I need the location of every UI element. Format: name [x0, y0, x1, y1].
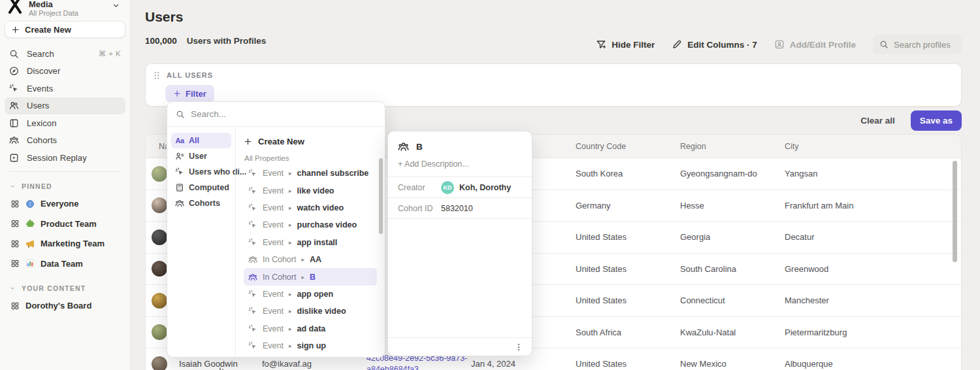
replay-icon: [9, 153, 19, 163]
arrow-separator: ▸: [289, 343, 292, 349]
save-as-button[interactable]: Save as: [911, 110, 962, 131]
picker-property-item[interactable]: Event ▸ channel subscribe: [244, 165, 377, 182]
column-header-region[interactable]: Region: [680, 142, 785, 151]
workspace-name: Media: [29, 0, 53, 9]
picker-tab[interactable]: Cohorts: [171, 195, 231, 211]
picker-property-item[interactable]: In Cohort ▸ AA: [244, 251, 377, 268]
user-city: Albuquerque: [785, 359, 961, 369]
picker-tab[interactable]: Aa All: [171, 133, 231, 148]
user-region: South Carolina: [680, 264, 785, 274]
sidebar-nav-item[interactable]: Users: [5, 97, 125, 115]
pinned-board-item[interactable]: Marketing Team: [5, 234, 125, 254]
plus-icon: [244, 137, 252, 146]
create-new-button[interactable]: Create New: [5, 21, 125, 38]
cohort-details-popover: B + Add Description... Creator KD Koh, D…: [387, 131, 532, 356]
add-description-button[interactable]: + Add Description...: [388, 158, 532, 177]
column-header-city[interactable]: City: [785, 142, 961, 151]
creator-name: Koh, Dorothy: [459, 183, 511, 192]
toolbar: Hide Filter Edit Columns · 7 Add/Edit Pr…: [596, 35, 962, 54]
user-icon: [175, 152, 184, 161]
picker-property-item[interactable]: In Cohort ▸ B: [244, 268, 377, 285]
event-icon: [9, 84, 19, 93]
pinned-board-item[interactable]: Data Team: [5, 254, 125, 274]
picker-tab[interactable]: User: [171, 148, 231, 164]
picker-property-item[interactable]: Event ▸ watch video: [244, 199, 377, 216]
picker-tabs: Aa All User Users who di... Computed Coh…: [167, 127, 235, 357]
edit-columns-button[interactable]: Edit Columns · 7: [672, 39, 757, 50]
picker-scrollbar[interactable]: [379, 158, 383, 234]
picker-tab[interactable]: Users who di...: [171, 164, 231, 180]
filter-property-picker: Aa All User Users who di... Computed Coh…: [167, 101, 385, 358]
picker-section-label: All Properties: [244, 154, 377, 162]
picker-property-item[interactable]: Event ▸ app install: [244, 234, 377, 251]
search-icon: [176, 110, 185, 119]
collapse-icon[interactable]: [217, 366, 227, 370]
picker-create-new-button[interactable]: Create New: [244, 133, 377, 150]
avatar: [152, 197, 167, 213]
user-region: KwaZulu-Natal: [680, 328, 785, 337]
picker-tab[interactable]: Computed: [171, 180, 231, 195]
pinned-board-item[interactable]: Product Team: [5, 214, 125, 234]
pinned-board-item[interactable]: Everyone: [5, 194, 125, 214]
picker-items: Event ▸ channel subscribe Event ▸ like v…: [244, 165, 377, 354]
compass-icon: [9, 66, 19, 76]
sidebar-nav-item[interactable]: Lexicon: [5, 114, 125, 132]
cohort-id-value: 5832010: [441, 204, 473, 213]
dots-icon[interactable]: [154, 71, 160, 80]
cohorts-icon: [175, 199, 184, 208]
badge-icon: [774, 39, 785, 50]
creator-row: Creator KD Koh, Dorothy: [388, 177, 532, 197]
page-title: Users: [145, 8, 962, 25]
workspace-switcher[interactable]: Media All Project Data: [5, 0, 125, 17]
user-city: Greenwood: [785, 264, 961, 274]
picker-search-input[interactable]: [191, 109, 376, 119]
user-count-label: Users with Profiles: [187, 36, 267, 46]
user-region: Georgia: [680, 232, 785, 242]
clear-all-button[interactable]: Clear all: [860, 116, 895, 126]
arrow-separator: ▸: [289, 239, 292, 246]
popover-spacer: [388, 218, 532, 337]
column-header-country-code[interactable]: Country Code: [576, 142, 680, 151]
cohorts-icon: [248, 255, 257, 264]
cohort-id-row: Cohort ID 5832010: [388, 197, 532, 218]
picker-property-item[interactable]: Event ▸ sign up: [244, 337, 377, 354]
user-city: Yangsan: [785, 169, 961, 178]
search-profiles-input[interactable]: [894, 40, 955, 50]
filter-card: ALL USERS Filter: [145, 63, 962, 107]
sidebar-nav-item[interactable]: Cohorts: [5, 132, 125, 150]
sidebar-nav-item[interactable]: Events: [5, 80, 125, 97]
hide-filter-button[interactable]: Hide Filter: [596, 39, 655, 50]
picker-search-row[interactable]: [167, 102, 385, 127]
arrow-separator: ▸: [289, 308, 292, 314]
event-icon: [248, 290, 257, 299]
cohorts-icon: [9, 135, 19, 145]
sidebar-nav-item[interactable]: Session Replay: [5, 149, 125, 167]
table-scrollbar[interactable]: [953, 161, 957, 262]
chevron-icon: [9, 183, 16, 190]
event-icon: [248, 220, 257, 229]
kebab-icon[interactable]: [514, 343, 523, 352]
picker-property-item[interactable]: Event ▸ dislike video: [244, 303, 377, 320]
chevron-icon: [112, 1, 120, 10]
search-profiles-box[interactable]: [873, 35, 962, 54]
event-icon: [175, 167, 184, 177]
picker-property-item[interactable]: Event ▸ app open: [244, 286, 377, 303]
your-content-section-header[interactable]: YOUR CONTENT: [5, 280, 125, 296]
picker-property-item[interactable]: Event ▸ like video: [244, 182, 377, 199]
user-city: Frankfurt am Main: [785, 201, 961, 210]
your-content-board-item[interactable]: Dorothy's Board: [5, 296, 125, 316]
puzzle-icon: [25, 219, 35, 228]
picker-property-item[interactable]: Event ▸ ad data: [244, 320, 377, 337]
user-country: United States: [576, 232, 680, 242]
add-edit-profile-button[interactable]: Add/Edit Profile: [774, 39, 856, 50]
add-filter-button[interactable]: Filter: [165, 85, 214, 102]
user-count: 100,000: [145, 36, 177, 46]
pinned-section-header[interactable]: PINNED: [5, 178, 125, 194]
sidebar-nav-item[interactable]: Search ⌘ + K: [5, 45, 125, 63]
event-icon: [248, 186, 257, 195]
sidebar-nav-item[interactable]: Discover: [5, 63, 125, 80]
grid-icon: [10, 239, 20, 248]
event-icon: [248, 238, 257, 247]
picker-property-item[interactable]: Event ▸ purchase video: [244, 216, 377, 233]
user-country: Germany: [576, 201, 680, 210]
